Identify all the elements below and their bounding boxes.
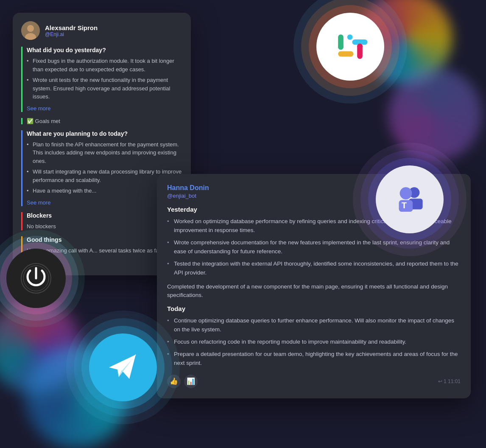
card2-today-section: Today Continue optimizing database queri… (167, 305, 461, 368)
user-info: Alexsandr Sipron @Enji.ai (45, 24, 98, 37)
emoji-reactions: 👍 📊 (167, 375, 198, 388)
card-header: Alexsandr Sipron @Enji.ai (21, 21, 182, 40)
card2-yesterday-extra: Completed the development of a new compo… (167, 283, 461, 300)
chart-icon: 📊 (187, 377, 195, 385)
card2-today-title: Today (167, 305, 461, 312)
card2-footer: 👍 📊 ↩ 1 11:01 (167, 375, 461, 388)
card2-yesterday-item-2: Wrote comprehensive documentation for th… (167, 238, 461, 256)
see-more-today[interactable]: See more (27, 199, 50, 206)
svg-marker-17 (109, 355, 136, 379)
yesterday-section: What did you do yesterday? Fixed bugs in… (21, 47, 182, 112)
toggletimer-icon (19, 261, 53, 295)
yesterday-item-1: Fixed bugs in the authorization module. … (27, 57, 182, 73)
today-title: What are you planning to do today? (27, 130, 182, 137)
toggletimer-bubble (6, 249, 66, 308)
chart-reaction[interactable]: 📊 (184, 375, 198, 388)
yesterday-list: Fixed bugs in the authorization module. … (27, 57, 182, 101)
goals-met: ✅ Goals met (27, 118, 182, 124)
slack-icon (331, 28, 369, 66)
teams-bubble: T (376, 165, 444, 233)
goals-section: ✅ Goals met (21, 118, 182, 124)
handle: @Enji.ai (45, 31, 98, 37)
svg-point-5 (357, 44, 363, 49)
telegram-bubble (89, 333, 157, 401)
svg-point-7 (348, 51, 354, 57)
thumbs-up-icon: 👍 (170, 377, 178, 385)
card2-today-item-1: Continue optimizing database queries to … (167, 316, 461, 334)
svg-text:T: T (402, 201, 407, 210)
svg-point-3 (347, 34, 353, 40)
card2-today-list: Continue optimizing database queries to … (167, 316, 461, 368)
card2-today-item-2: Focus on refactoring code in the reporti… (167, 338, 461, 347)
today-item-1: Plan to finish the API enhancement for t… (27, 140, 182, 165)
teams-icon: T (391, 180, 429, 218)
yesterday-item-2: Wrote unit tests for the new functionali… (27, 76, 182, 101)
see-more-yesterday[interactable]: See more (27, 105, 50, 112)
timestamp: ↩ 1 11:01 (438, 378, 461, 384)
avatar (21, 21, 40, 40)
card2-today-item-3: Prepare a detailed presentation for our … (167, 350, 461, 368)
telegram-icon (104, 348, 142, 386)
svg-point-11 (400, 187, 412, 199)
thumbs-up-reaction[interactable]: 👍 (167, 375, 181, 388)
card2-yesterday-item-3: Tested the integration with the external… (167, 260, 461, 277)
slack-bubble (316, 13, 384, 81)
username: Alexsandr Sipron (45, 24, 98, 31)
yesterday-title: What did you do yesterday? (27, 47, 182, 53)
svg-point-21 (27, 25, 34, 32)
